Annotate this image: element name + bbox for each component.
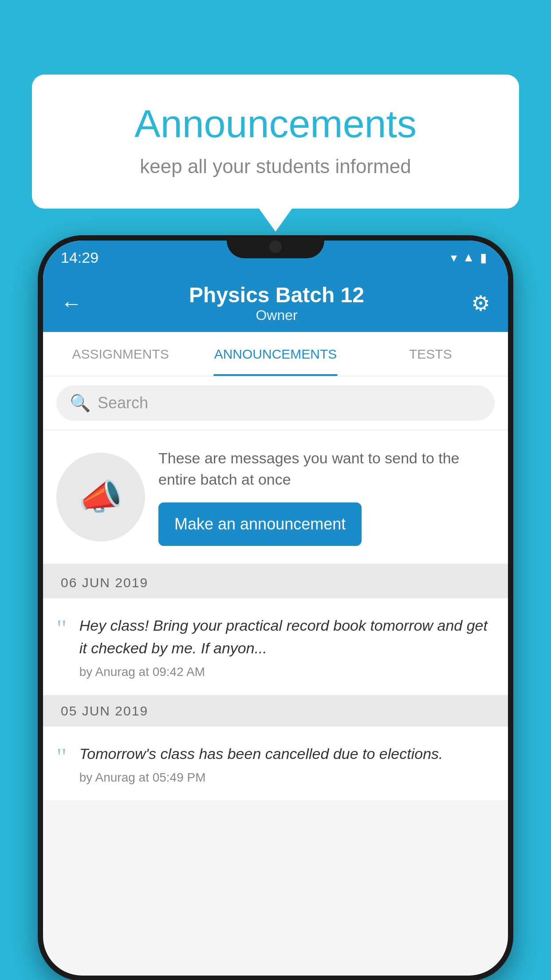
phone-notch	[227, 235, 324, 258]
status-time: 14:29	[61, 249, 98, 266]
announcement-text-1: Hey class! Bring your practical record b…	[79, 614, 495, 660]
announcement-meta-1: by Anurag at 09:42 AM	[79, 665, 495, 679]
speech-bubble-subtitle: keep all your students informed	[67, 155, 484, 178]
header-subtitle: Owner	[189, 307, 364, 324]
announcement-meta-2: by Anurag at 05:49 PM	[79, 771, 495, 785]
front-camera	[269, 241, 282, 253]
date-separator-1: 06 JUN 2019	[43, 567, 508, 598]
settings-button[interactable]: ⚙	[471, 291, 490, 316]
speech-bubble-title: Announcements	[67, 101, 484, 146]
quote-icon-1: "	[56, 616, 67, 642]
phone-screen: 14:29 ▾ ▲ ▮ ← Physics Batch 12 Owner ⚙ A…	[43, 241, 508, 976]
back-button[interactable]: ←	[61, 291, 82, 316]
tabs-bar: ASSIGNMENTS ANNOUNCEMENTS TESTS	[43, 332, 508, 376]
announcement-item-2[interactable]: " Tomorrow's class has been cancelled du…	[43, 727, 508, 801]
search-input[interactable]: Search	[98, 394, 148, 412]
megaphone-icon: 📣	[79, 476, 123, 518]
signal-icon: ▲	[462, 250, 475, 265]
announcement-icon-circle: 📣	[56, 453, 145, 541]
search-bar[interactable]: 🔍 Search	[56, 385, 495, 421]
header-title: Physics Batch 12	[189, 283, 364, 307]
wifi-icon: ▾	[451, 250, 457, 265]
phone-frame: 14:29 ▾ ▲ ▮ ← Physics Batch 12 Owner ⚙ A…	[38, 235, 513, 980]
announcement-prompt-description: These are messages you want to send to t…	[158, 448, 495, 490]
date-separator-2: 05 JUN 2019	[43, 695, 508, 727]
search-icon: 🔍	[70, 393, 91, 413]
speech-bubble-card: Announcements keep all your students inf…	[32, 75, 519, 209]
tab-assignments[interactable]: ASSIGNMENTS	[43, 332, 198, 376]
announcement-content-1: Hey class! Bring your practical record b…	[79, 614, 495, 679]
make-announcement-button[interactable]: Make an announcement	[158, 502, 362, 546]
status-icons: ▾ ▲ ▮	[451, 250, 487, 265]
tab-tests[interactable]: TESTS	[353, 332, 508, 376]
header-center: Physics Batch 12 Owner	[189, 283, 364, 324]
announcement-content-2: Tomorrow's class has been cancelled due …	[79, 743, 495, 785]
battery-icon: ▮	[480, 250, 487, 265]
announcement-prompt: 📣 These are messages you want to send to…	[43, 430, 508, 567]
announcement-item-1[interactable]: " Hey class! Bring your practical record…	[43, 598, 508, 695]
announcement-prompt-right: These are messages you want to send to t…	[158, 448, 495, 546]
app-header: ← Physics Batch 12 Owner ⚙	[43, 274, 508, 332]
quote-icon-2: "	[56, 744, 67, 770]
tab-announcements[interactable]: ANNOUNCEMENTS	[198, 332, 353, 376]
announcement-text-2: Tomorrow's class has been cancelled due …	[79, 743, 495, 765]
search-container: 🔍 Search	[43, 376, 508, 430]
